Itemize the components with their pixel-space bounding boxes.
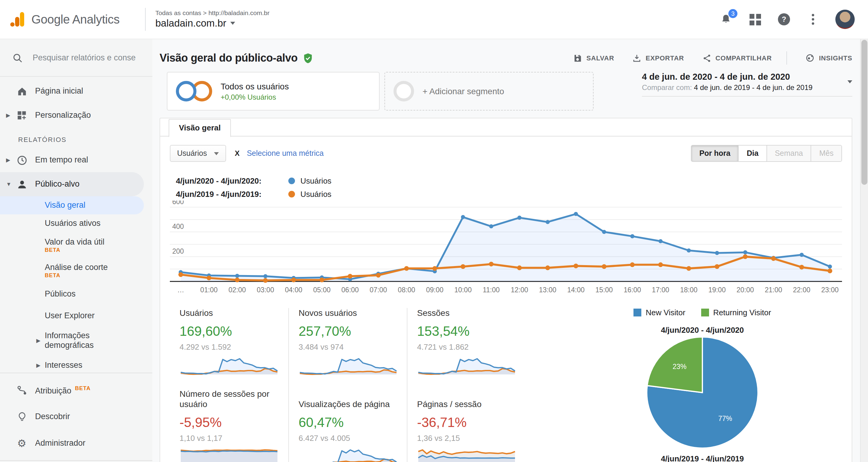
- person-icon: [16, 178, 28, 190]
- timeseries-chart[interactable]: 200400600…01:0002:0003:0004:0005:0006:00…: [170, 200, 842, 296]
- svg-text:21:00: 21:00: [765, 286, 782, 294]
- granularity-day[interactable]: Dia: [738, 145, 767, 161]
- sidebar-item-audiences[interactable]: Públicos: [0, 283, 152, 305]
- segment-delta: +0,00% Usuários: [221, 93, 289, 101]
- scorecard-value: -5,95%: [180, 415, 280, 430]
- scorecard-sessions-per-user[interactable]: Número de sessões por usuário -5,95% 1,1…: [170, 376, 288, 462]
- legend-returning-visitor: Returning Visitor: [701, 308, 771, 317]
- sidebar-search[interactable]: [0, 39, 152, 77]
- granularity-toggle: Por hora Dia Semana Mês: [691, 145, 842, 162]
- scorecard-sessions[interactable]: Sessões 153,54% 4.721 vs 1.862: [407, 308, 526, 376]
- clock-icon: [16, 154, 28, 166]
- granularity-week[interactable]: Semana: [767, 145, 811, 161]
- sparkline: [180, 356, 279, 376]
- sparkline: [417, 447, 516, 462]
- search-input[interactable]: [31, 53, 136, 63]
- lightbulb-icon: [16, 411, 28, 423]
- sidebar-item-overview[interactable]: Visão geral: [0, 196, 144, 214]
- insights-button[interactable]: INSIGHTS: [805, 53, 852, 63]
- expand-arrow-icon: ▶: [6, 157, 10, 163]
- sidebar-item-interests[interactable]: ▶ Interesses: [0, 355, 152, 373]
- chart-legend: 4/jun/2020 - 4/jun/2020: Usuários 4/jun/…: [170, 174, 842, 200]
- apps-grid-button[interactable]: [748, 13, 762, 26]
- legend-swatch-blue: [634, 308, 642, 317]
- scorecard-pageviews[interactable]: Visualizações de página 60,47% 6.427 vs …: [288, 376, 407, 462]
- select-metric-link[interactable]: Selecione uma métrica: [247, 149, 324, 158]
- sidebar-item-discover[interactable]: Descobrir: [0, 403, 152, 430]
- overflow-menu-button[interactable]: [806, 13, 819, 26]
- scorecard-users[interactable]: Usuários 169,60% 4.292 vs 1.592: [170, 308, 288, 376]
- sidebar-item-realtime[interactable]: ▶ Em tempo real: [0, 148, 152, 172]
- sidebar-item-attribution[interactable]: AtribuiçãoBETA: [0, 377, 152, 403]
- legend-series: Usuários: [301, 189, 332, 198]
- report-panel: Visão geral Usuários X Selecione uma mét…: [160, 118, 852, 462]
- segment-all-users[interactable]: Todos os usuários +0,00% Usuários: [167, 72, 380, 110]
- svg-text:23%: 23%: [673, 363, 687, 370]
- svg-text:200: 200: [172, 247, 184, 255]
- compare-label: Comparar com:: [642, 83, 692, 92]
- gear-icon: ⚙: [16, 437, 28, 449]
- legend-swatch-green: [701, 308, 709, 317]
- export-button[interactable]: EXPORTAR: [632, 54, 684, 63]
- svg-text:14:00: 14:00: [567, 286, 585, 294]
- svg-text:400: 400: [172, 223, 184, 230]
- tab-overview[interactable]: Visão geral: [168, 119, 231, 137]
- sidebar-item-cohort-analysis[interactable]: Análise de coorteBETA: [0, 258, 152, 283]
- sidebar-nav: Página inicial ▶ Personalização RELATÓRI…: [0, 77, 152, 373]
- granularity-hourly[interactable]: Por hora: [691, 145, 738, 161]
- beta-badge: BETA: [75, 385, 91, 392]
- add-segment-button[interactable]: + Adicionar segmento: [384, 72, 594, 110]
- svg-text:…: …: [178, 286, 184, 294]
- beta-badge: BETA: [45, 247, 104, 253]
- sidebar-item-home[interactable]: Página inicial: [0, 79, 152, 103]
- scorecard-new-users[interactable]: Novos usuários 257,70% 3.484 vs 974: [288, 308, 407, 376]
- metric-vs-x: X: [235, 149, 240, 158]
- granularity-month[interactable]: Mês: [811, 145, 841, 161]
- sidebar-item-personalization[interactable]: ▶ Personalização: [0, 103, 152, 127]
- svg-text:02:00: 02:00: [228, 286, 246, 294]
- sparkline: [180, 447, 279, 462]
- svg-text:07:00: 07:00: [370, 286, 387, 294]
- scorecard-pages-per-session[interactable]: Páginas / sessão -36,71% 1,36 vs 2,15: [407, 376, 526, 462]
- sidebar: Página inicial ▶ Personalização RELATÓRI…: [0, 39, 152, 462]
- ga-logo-area[interactable]: Google Analytics: [0, 11, 145, 27]
- scrollbar-thumb[interactable]: [861, 40, 867, 185]
- svg-text:20:00: 20:00: [737, 286, 754, 294]
- chevron-down-icon: [847, 80, 852, 83]
- metric-dropdown[interactable]: Usuários: [170, 145, 226, 162]
- visitor-pie-chart[interactable]: 77%23%: [644, 335, 761, 451]
- date-range: 4 de jun. de 2020 - 4 de jun. de 2020: [642, 72, 852, 81]
- sidebar-item-user-explorer[interactable]: User Explorer: [0, 305, 152, 327]
- sidebar-item-admin[interactable]: ⚙ Administrador: [0, 430, 152, 457]
- actions-divider: [786, 51, 787, 65]
- scorecard-value: -36,71%: [417, 415, 518, 430]
- analytics-logo-icon: [10, 11, 25, 27]
- legend-series: Usuários: [301, 176, 332, 185]
- share-button[interactable]: COMPARTILHAR: [702, 54, 772, 63]
- help-button[interactable]: ?: [777, 13, 790, 26]
- sparkline: [299, 447, 398, 462]
- svg-text:17:00: 17:00: [652, 286, 670, 294]
- segment-ring-icon: [394, 81, 414, 101]
- sidebar-item-lifetime-value[interactable]: Valor da vida útilBETA: [0, 232, 152, 258]
- svg-text:11:00: 11:00: [483, 286, 500, 294]
- sidebar-item-audience[interactable]: ▼ Público-alvo: [0, 172, 144, 196]
- date-range-picker[interactable]: 4 de jun. de 2020 - 4 de jun. de 2020 Co…: [642, 72, 852, 97]
- segment-rings-icon: [176, 81, 212, 101]
- svg-text:16:00: 16:00: [623, 286, 641, 294]
- legend-dot-blue: [288, 177, 295, 184]
- avatar[interactable]: [835, 10, 855, 29]
- compare-range: 4 de jun. de 2019 - 4 de jun. de 2019: [694, 83, 812, 92]
- sidebar-item-demographics[interactable]: ▶ Informações demográficas: [0, 327, 152, 355]
- expand-arrow-icon: ▶: [36, 338, 40, 343]
- save-button[interactable]: SALVAR: [573, 54, 614, 63]
- scorecard-value: 257,70%: [299, 323, 398, 339]
- vertical-scrollbar[interactable]: [860, 39, 868, 462]
- sidebar-item-active-users[interactable]: Usuários ativos: [0, 214, 152, 232]
- notifications-button[interactable]: 3: [719, 13, 733, 26]
- account-switcher[interactable]: Todas as contas > http://baladain.com.br…: [155, 9, 270, 30]
- expand-arrow-icon: ▶: [36, 362, 40, 368]
- svg-text:13:00: 13:00: [539, 286, 556, 294]
- save-icon: [573, 54, 582, 63]
- tab-bar: Visão geral: [160, 119, 852, 136]
